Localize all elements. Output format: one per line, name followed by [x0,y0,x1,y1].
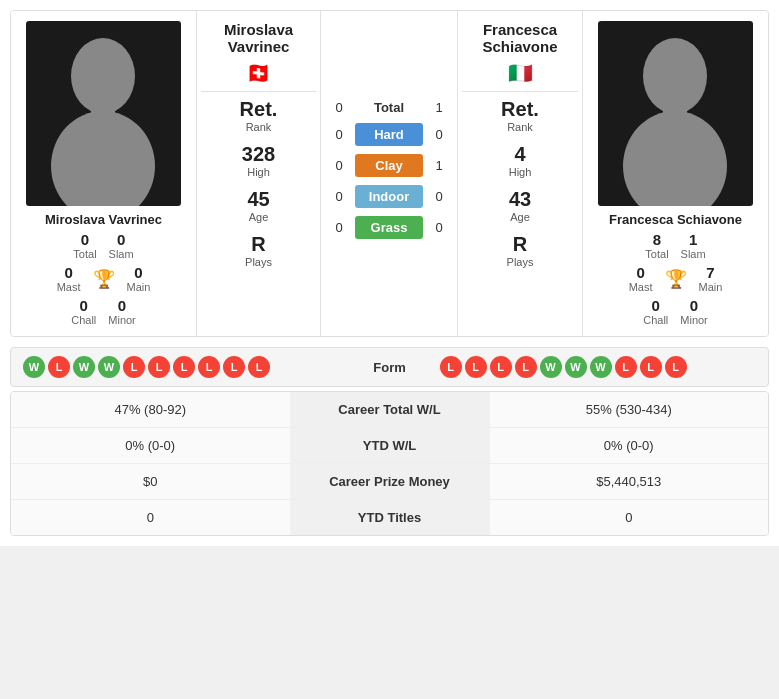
grass-score-p2: 0 [429,220,449,235]
player2-main-value: 7 [706,264,714,281]
player2-plays-value: R [513,233,527,256]
player1-mast-value: 0 [64,264,72,281]
clay-score-p2: 1 [429,158,449,173]
stat-p1-value: $0 [11,464,290,499]
player1-flag: 🇨🇭 [246,61,271,85]
player1-high-value: 328 [242,143,275,166]
form-bubble: W [23,356,45,378]
player2-chall-value: 0 [652,297,660,314]
player2-age-value: 43 [509,188,531,211]
stat-p2-value: 0 [490,500,769,535]
player1-age-label: Age [249,211,269,223]
hard-score-p1: 0 [329,127,349,142]
form-bubble: W [565,356,587,378]
form-section: WLWWLLLLLL Form LLLLWWWLLL [10,347,769,387]
stats-table: 47% (80-92) Career Total W/L 55% (530-43… [10,391,769,536]
stats-row: 0% (0-0) YTD W/L 0% (0-0) [11,428,768,464]
player2-form: LLLLWWWLLL [440,356,757,378]
grass-score-p1: 0 [329,220,349,235]
player1-form: WLWWLLLLLL [23,356,340,378]
player2-high-label: High [509,166,532,178]
form-bubble: L [440,356,462,378]
player1-chall-label: Chall [71,314,96,326]
player1-name: Miroslava Vavrinec [45,212,162,227]
player1-plays-value: R [251,233,265,256]
form-bubble: W [540,356,562,378]
form-bubble: L [515,356,537,378]
player2-mast-label: Mast [629,281,653,293]
player2-main-label: Main [699,281,723,293]
player1-rank-label: Rank [246,121,272,133]
form-bubble: L [48,356,70,378]
player1-minor-value: 0 [118,297,126,314]
player2-age-label: Age [510,211,530,223]
player1-total-value: 0 [81,231,89,248]
total-label: Total [355,100,423,115]
hard-badge: Hard [355,123,423,146]
player1-main-label: Main [127,281,151,293]
player1-slam-label: Slam [109,248,134,260]
stat-label: Career Total W/L [290,392,490,427]
player2-header-name: Francesca Schiavone [462,21,578,55]
form-bubble: L [198,356,220,378]
player2-minor-label: Minor [680,314,708,326]
stat-p1-value: 47% (80-92) [11,392,290,427]
clay-badge: Clay [355,154,423,177]
hard-score-p2: 0 [429,127,449,142]
form-bubble: L [465,356,487,378]
stat-p1-value: 0 [11,500,290,535]
stat-p2-value: $5,440,513 [490,464,769,499]
player1-minor-label: Minor [108,314,136,326]
player1-slam-value: 0 [117,231,125,248]
form-bubble: L [148,356,170,378]
player2-slam-label: Slam [681,248,706,260]
indoor-score-p1: 0 [329,189,349,204]
stat-p1-value: 0% (0-0) [11,428,290,463]
player2-trophy-icon: 🏆 [665,268,687,290]
player2-slam-value: 1 [689,231,697,248]
player2-mast-value: 0 [636,264,644,281]
form-bubble: L [223,356,245,378]
form-bubble: L [173,356,195,378]
form-bubble: W [590,356,612,378]
stat-label: Career Prize Money [290,464,490,499]
grass-badge: Grass [355,216,423,239]
stat-p2-value: 55% (530-434) [490,392,769,427]
clay-score-p1: 0 [329,158,349,173]
player1-total-label: Total [73,248,96,260]
player1-photo [26,21,181,206]
total-score-p2: 1 [429,100,449,115]
player1-mast-label: Mast [57,281,81,293]
player1-rank-value: Ret. [240,98,278,121]
form-label: Form [340,360,440,375]
form-bubble: L [490,356,512,378]
svg-point-3 [643,38,707,114]
svg-point-0 [71,38,135,114]
form-bubble: L [665,356,687,378]
form-bubble: L [123,356,145,378]
player1-main-value: 0 [134,264,142,281]
player2-minor-value: 0 [690,297,698,314]
stats-row: $0 Career Prize Money $5,440,513 [11,464,768,500]
player2-high-value: 4 [514,143,525,166]
stat-label: YTD Titles [290,500,490,535]
player2-total-value: 8 [653,231,661,248]
player2-rank-value: Ret. [501,98,539,121]
player2-flag: 🇮🇹 [508,61,533,85]
player1-trophy-icon: 🏆 [93,268,115,290]
form-bubble: L [640,356,662,378]
form-bubble: L [248,356,270,378]
player2-name: Francesca Schiavone [609,212,742,227]
player1-high-label: High [247,166,270,178]
form-bubble: W [98,356,120,378]
player2-photo [598,21,753,206]
total-score-p1: 0 [329,100,349,115]
player1-plays-label: Plays [245,256,272,268]
svg-rect-5 [663,109,687,129]
stat-p2-value: 0% (0-0) [490,428,769,463]
indoor-score-p2: 0 [429,189,449,204]
stats-row: 47% (80-92) Career Total W/L 55% (530-43… [11,392,768,428]
player1-chall-value: 0 [80,297,88,314]
player1-age-value: 45 [247,188,269,211]
player2-rank-label: Rank [507,121,533,133]
